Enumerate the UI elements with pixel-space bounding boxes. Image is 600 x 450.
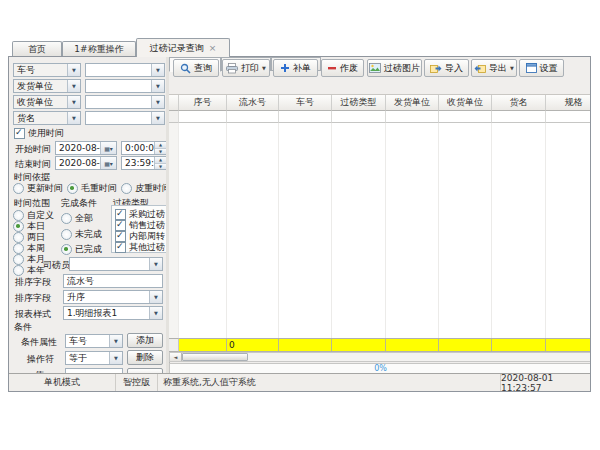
chevron-down-icon[interactable]: ▼ bbox=[149, 258, 162, 270]
use-time-checkbox[interactable]: 使用时间 bbox=[14, 127, 64, 140]
summary-count-cell: 0 bbox=[227, 338, 279, 352]
export-button[interactable]: 导出 ▼ bbox=[471, 59, 517, 77]
chevron-down-icon[interactable]: ▼ bbox=[510, 65, 514, 71]
chevron-down-icon[interactable]: ▼ bbox=[109, 352, 122, 364]
col-seq[interactable]: 序号 bbox=[179, 95, 227, 111]
content-area: 车号 ▼ ▼ 发货单位 ▼ ▼ 收货单位 ▼ ▼ 货名 ▼ ▼ bbox=[9, 57, 590, 373]
settings-button[interactable]: 设置 bbox=[519, 59, 564, 77]
scrollbar-thumb[interactable] bbox=[182, 353, 248, 361]
end-time-field[interactable]: 23:59:59 ▲▼ bbox=[121, 156, 167, 170]
radio-icon[interactable] bbox=[13, 265, 24, 276]
tab-weighing-operation[interactable]: 1#称重操作 bbox=[62, 41, 136, 57]
col-shipper[interactable]: 发货单位 bbox=[386, 95, 439, 111]
radio-icon[interactable] bbox=[61, 229, 72, 240]
import-button[interactable]: 导入 bbox=[424, 59, 469, 77]
tab-record-query[interactable]: 过磅记录查询 × bbox=[136, 38, 230, 57]
condition-attr-combo[interactable]: 车号 ▼ bbox=[65, 334, 123, 348]
filter-cell[interactable] bbox=[179, 111, 227, 123]
tab-record-query-label: 过磅记录查询 bbox=[150, 42, 204, 55]
radio-icon[interactable] bbox=[13, 183, 24, 194]
weigher-combo[interactable]: ▼ bbox=[69, 257, 163, 271]
scroll-left-icon[interactable]: ◄ bbox=[170, 353, 182, 361]
progress-label: 0% bbox=[374, 364, 387, 373]
col-goods[interactable]: 货名 bbox=[492, 95, 546, 111]
chevron-down-icon[interactable]: ▼ bbox=[151, 96, 164, 108]
chevron-down-icon[interactable]: ▼ bbox=[151, 64, 164, 76]
calendar-icon[interactable]: ▦▾ bbox=[100, 142, 116, 154]
col-receiver[interactable]: 收货单位 bbox=[439, 95, 492, 111]
start-date-picker[interactable]: 2020-08-01 ▦▾ bbox=[55, 141, 117, 155]
shipper-field-selector[interactable]: 发货单位 ▼ bbox=[13, 79, 81, 93]
filter-cell[interactable] bbox=[546, 111, 590, 123]
delete-condition-button[interactable]: 删除 bbox=[127, 350, 163, 365]
status-system: 称重系统,无人值守系统 bbox=[158, 374, 501, 391]
chevron-down-icon[interactable]: ▼ bbox=[67, 96, 80, 108]
filter-cell[interactable] bbox=[386, 111, 439, 123]
radio-icon[interactable] bbox=[61, 213, 72, 224]
void-button[interactable]: 作废 bbox=[321, 59, 364, 77]
use-time-label: 使用时间 bbox=[28, 127, 64, 140]
supplement-button[interactable]: 补单 bbox=[273, 59, 318, 77]
sort-field-input[interactable]: 流水号 bbox=[63, 274, 163, 288]
chevron-down-icon[interactable]: ▼ bbox=[109, 335, 122, 347]
radio-gross-time[interactable]: 毛重时间 bbox=[67, 182, 117, 195]
import-label: 导入 bbox=[445, 62, 463, 75]
body-col bbox=[386, 123, 439, 338]
chevron-down-icon[interactable]: ▼ bbox=[67, 80, 80, 92]
filter-cell[interactable] bbox=[279, 111, 332, 123]
chevron-down-icon[interactable]: ▼ bbox=[67, 112, 80, 124]
status-mode: 单机模式 bbox=[9, 374, 116, 391]
spinner-icon[interactable]: ▲▼ bbox=[154, 142, 166, 154]
filter-cell[interactable] bbox=[492, 111, 546, 123]
start-time-field[interactable]: 0:00:00 ▲▼ bbox=[121, 141, 167, 155]
print-button[interactable]: 打印 ▼ bbox=[222, 59, 270, 77]
close-icon[interactable]: × bbox=[209, 44, 217, 53]
tab-home[interactable]: 首页 bbox=[12, 41, 62, 57]
col-spec[interactable]: 规格 bbox=[546, 95, 590, 111]
chevron-down-icon[interactable]: ▼ bbox=[149, 291, 162, 303]
checkbox-icon[interactable] bbox=[14, 128, 25, 139]
col-weigh-type[interactable]: 过磅类型 bbox=[332, 95, 386, 111]
spinner-icon[interactable]: ▲▼ bbox=[154, 157, 166, 169]
grid-body[interactable] bbox=[169, 123, 590, 338]
radio-icon[interactable] bbox=[121, 183, 132, 194]
status-edition-label: 智控版 bbox=[123, 376, 150, 389]
report-style-combo[interactable]: 1.明细报表1 ▼ bbox=[63, 306, 163, 320]
vehicle-value-combo[interactable]: ▼ bbox=[85, 63, 165, 77]
chevron-down-icon[interactable]: ▼ bbox=[151, 112, 164, 124]
receiver-value-combo[interactable]: ▼ bbox=[85, 95, 165, 109]
goods-value-combo[interactable]: ▼ bbox=[85, 111, 165, 125]
chevron-down-icon[interactable]: ▼ bbox=[149, 307, 162, 319]
radio-tare-time[interactable]: 皮重时间 bbox=[121, 182, 171, 195]
col-serial[interactable]: 流水号 bbox=[227, 95, 279, 111]
chevron-down-icon[interactable]: ▼ bbox=[151, 80, 164, 92]
chevron-down-icon[interactable]: ▼ bbox=[262, 65, 266, 71]
radio-update-time[interactable]: 更新时间 bbox=[13, 182, 63, 195]
report-style-label: 报表样式 bbox=[15, 308, 51, 321]
check-other-weigh[interactable]: 其他过磅 bbox=[115, 241, 165, 254]
goods-field-selector[interactable]: 货名 ▼ bbox=[13, 111, 81, 125]
receiver-field-selector[interactable]: 收货单位 ▼ bbox=[13, 95, 81, 109]
filter-cell[interactable] bbox=[332, 111, 386, 123]
calendar-icon[interactable]: ▦▾ bbox=[100, 157, 116, 169]
operator-combo[interactable]: 等于 ▼ bbox=[65, 351, 123, 365]
shipper-value-combo[interactable]: ▼ bbox=[85, 79, 165, 93]
radio-comp-finished[interactable]: 已完成 bbox=[61, 243, 102, 256]
query-button[interactable]: 查询 bbox=[173, 59, 219, 77]
end-date-picker[interactable]: 2020-08-01 ▦▾ bbox=[55, 156, 117, 170]
grid-filter-row[interactable] bbox=[169, 111, 590, 123]
add-condition-button[interactable]: 添加 bbox=[127, 333, 163, 348]
radio-comp-all[interactable]: 全部 bbox=[61, 212, 93, 225]
radio-icon[interactable] bbox=[67, 183, 78, 194]
radio-comp-unfinished[interactable]: 未完成 bbox=[61, 228, 102, 241]
filter-cell[interactable] bbox=[227, 111, 279, 123]
col-vehicle[interactable]: 车号 bbox=[279, 95, 332, 111]
filter-cell[interactable] bbox=[439, 111, 492, 123]
radio-icon[interactable] bbox=[61, 244, 72, 255]
checkbox-icon[interactable] bbox=[115, 242, 126, 253]
sort-order-combo[interactable]: 升序 ▼ bbox=[63, 290, 163, 304]
weigh-photos-button[interactable]: 过磅图片 bbox=[367, 59, 422, 77]
vehicle-field-selector[interactable]: 车号 ▼ bbox=[13, 63, 81, 77]
chevron-down-icon[interactable]: ▼ bbox=[67, 64, 80, 76]
horizontal-scrollbar[interactable]: ◄ bbox=[169, 352, 590, 362]
